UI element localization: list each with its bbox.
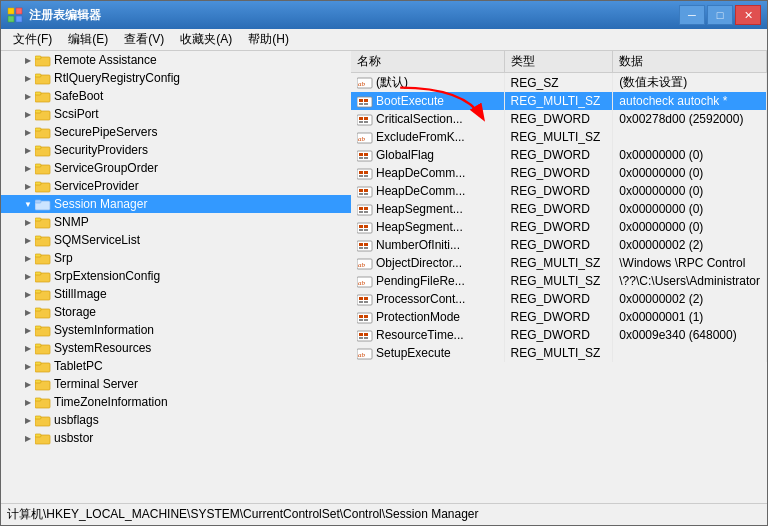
menu-edit[interactable]: 编辑(E) [60,29,116,50]
tree-item[interactable]: ▶ SystemResources [1,339,351,357]
table-row[interactable]: HeapDeComm...REG_DWORD0x00000000 (0) [351,182,767,200]
svg-rect-41 [35,380,41,383]
reg-data-cell [613,344,767,362]
folder-icon [35,396,51,409]
col-type[interactable]: 类型 [504,51,613,73]
expand-icon: ▶ [21,431,35,445]
folder-icon [35,360,51,373]
table-row[interactable]: ab (默认)REG_SZ(数值未设置) [351,73,767,93]
expand-icon: ▶ [21,269,35,283]
folder-icon [35,288,51,301]
table-row[interactable]: BootExecuteREG_MULTI_SZautocheck autochk… [351,92,767,110]
close-button[interactable]: ✕ [735,5,761,25]
menu-view[interactable]: 查看(V) [116,29,172,50]
tree-item[interactable]: ▶ RtlQueryRegistryConfig [1,69,351,87]
tree-item[interactable]: ▶ SQMServiceList [1,231,351,249]
tree-item[interactable]: ▶ TabletPC [1,357,351,375]
menu-help[interactable]: 帮助(H) [240,29,297,50]
svg-rect-105 [364,319,368,321]
minimize-button[interactable]: ─ [679,5,705,25]
svg-rect-100 [364,301,368,303]
reg-type-cell: REG_DWORD [504,146,613,164]
svg-rect-89 [364,243,368,246]
tree-item[interactable]: ▶ usbflags [1,411,351,429]
table-row[interactable]: HeapSegment...REG_DWORD0x00000000 (0) [351,200,767,218]
svg-rect-71 [364,175,368,177]
reg-name-cell: ab (默认) [351,73,504,93]
svg-rect-73 [359,189,363,192]
tree-item[interactable]: ▼ Session Manager [1,195,351,213]
status-bar: 计算机\HKEY_LOCAL_MACHINE\SYSTEM\CurrentCon… [1,503,767,525]
tree-item[interactable]: ▶ usbstor [1,429,351,447]
tree-item[interactable]: ▶ StillImage [1,285,351,303]
table-row[interactable]: CriticalSection...REG_DWORD0x00278d00 (2… [351,110,767,128]
reg-data-cell: 0x00000000 (0) [613,146,767,164]
folder-icon [35,180,51,193]
tree-item[interactable]: ▶ Srp [1,249,351,267]
tree-item[interactable]: ▶ SecurePipeServers [1,123,351,141]
tree-item[interactable]: ▶ SafeBoot [1,87,351,105]
reg-name-cell: HeapSegment... [351,200,504,218]
folder-icon [35,126,51,139]
svg-rect-83 [359,225,363,228]
svg-rect-35 [35,326,41,329]
expand-icon: ▶ [21,53,35,67]
tree-item[interactable]: ▶ SNMP [1,213,351,231]
tree-view[interactable]: ▶ Remote Assistance▶ RtlQueryRegistryCon… [1,51,351,503]
table-row[interactable]: ProtectionModeREG_DWORD0x00000001 (1) [351,308,767,326]
folder-icon [35,216,51,229]
folder-icon [35,198,51,211]
tree-item-label: SystemInformation [54,323,154,337]
tree-item[interactable]: ▶ Remote Assistance [1,51,351,69]
svg-rect-66 [364,157,368,159]
window-icon [7,7,23,23]
tree-item-label: Srp [54,251,73,265]
table-row[interactable]: ab ObjectDirector...REG_MULTI_SZ\Windows… [351,254,767,272]
reg-name-cell: CriticalSection... [351,110,504,128]
reg-data-cell: 0x00000000 (0) [613,164,767,182]
tree-item-label: SNMP [54,215,89,229]
table-row[interactable]: ab PendingFileRe...REG_MULTI_SZ\??\C:\Us… [351,272,767,290]
status-path: 计算机\HKEY_LOCAL_MACHINE\SYSTEM\CurrentCon… [7,506,479,523]
tree-item[interactable]: ▶ SystemInformation [1,321,351,339]
reg-type-cell: REG_DWORD [504,182,613,200]
folder-icon [35,108,51,121]
table-row[interactable]: NumberOfIniti...REG_DWORD0x00000002 (2) [351,236,767,254]
svg-rect-29 [35,272,41,275]
menu-favorites[interactable]: 收藏夹(A) [172,29,240,50]
table-row[interactable]: HeapSegment...REG_DWORD0x00000000 (0) [351,218,767,236]
svg-text:ab: ab [358,351,366,359]
expand-icon: ▶ [21,215,35,229]
tree-item[interactable]: ▶ Terminal Server [1,375,351,393]
right-panel: 名称 类型 数据 ab (默认)REG_SZ(数值未设置) BootExecut… [351,51,767,503]
svg-rect-102 [359,315,363,318]
left-panel: ▶ Remote Assistance▶ RtlQueryRegistryCon… [1,51,351,503]
tree-item[interactable]: ▶ SecurityProviders [1,141,351,159]
maximize-button[interactable]: □ [707,5,733,25]
reg-name-cell: HeapDeComm... [351,164,504,182]
tree-item[interactable]: ▶ TimeZoneInformation [1,393,351,411]
table-row[interactable]: HeapDeComm...REG_DWORD0x00000000 (0) [351,164,767,182]
svg-rect-79 [364,207,368,210]
table-row[interactable]: ResourceTime...REG_DWORD0x0009e340 (6480… [351,326,767,344]
tree-item[interactable]: ▶ Storage [1,303,351,321]
tree-item[interactable]: ▶ ScsiPort [1,105,351,123]
tree-item[interactable]: ▶ SrpExtensionConfig [1,267,351,285]
table-row[interactable]: ProcessorCont...REG_DWORD0x00000002 (2) [351,290,767,308]
folder-icon [35,270,51,283]
tree-item[interactable]: ▶ ServiceProvider [1,177,351,195]
menu-file[interactable]: 文件(F) [5,29,60,50]
col-data[interactable]: 数据 [613,51,767,73]
table-row[interactable]: ab SetupExecuteREG_MULTI_SZ [351,344,767,362]
table-row[interactable]: GlobalFlagREG_DWORD0x00000000 (0) [351,146,767,164]
svg-rect-15 [35,146,41,149]
svg-rect-107 [359,333,363,336]
svg-rect-85 [359,229,363,231]
svg-rect-99 [359,301,363,303]
table-row[interactable]: ab ExcludeFromK...REG_MULTI_SZ [351,128,767,146]
reg-name-cell: ResourceTime... [351,326,504,344]
tree-item[interactable]: ▶ ServiceGroupOrder [1,159,351,177]
col-name[interactable]: 名称 [351,51,504,73]
reg-type-cell: REG_SZ [504,73,613,93]
svg-rect-57 [364,117,368,120]
